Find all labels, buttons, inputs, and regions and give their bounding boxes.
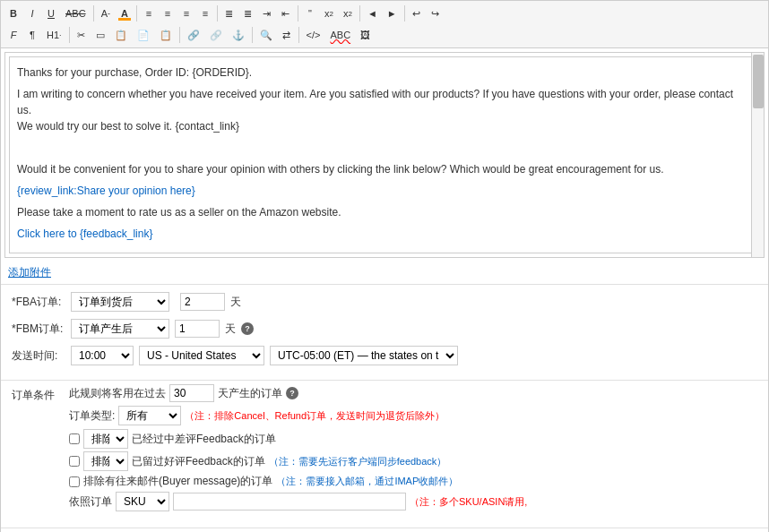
sku-row: 依照订单 SKU ASIN （注：多个SKU/ASIN请用, [69,492,757,511]
align-center-button[interactable]: ≡ [159,4,177,22]
exclude-bad-feedback-row: 排除 已经过中差评Feedback的订单 [69,429,757,449]
exclude-bad-feedback-text: 已经过中差评Feedback的订单 [132,432,276,447]
editor-area[interactable]: Thanks for your purchase, Order ID: {ORD… [9,56,760,253]
exclude-good-feedback-text: 已留过好评Feedback的订单 [132,454,265,469]
paste-text-button[interactable]: 📄 [133,26,154,44]
send-time-label: 发送时间: [12,348,65,364]
align-right-button[interactable]: ≡ [177,4,195,22]
order-type-select[interactable]: 所有 FBA FBM [118,406,181,425]
fbm-order-label: *FBM订单: [12,322,65,337]
fba-order-row: *FBA订单: 订单到货后 订单产生后 订单发货后 天 [12,292,757,312]
editor-line-1: Thanks for your purchase, Order ID: {ORD… [17,64,741,81]
fba-trigger-select[interactable]: 订单到货后 订单产生后 订单发货后 [71,292,169,312]
toolbar-row-2: F ¶ H1· ✂ ▭ 📋 📄 📋 🔗 🔗 ⚓ 🔍 ⇄ </> ABC 🖼 [4,24,765,46]
exclude-bad-feedback-checkbox[interactable] [69,433,80,444]
font-color-button[interactable]: A [116,4,134,22]
editor-line-3: Would it be convenient for you to share … [17,161,741,177]
format-button[interactable]: F [4,26,22,44]
exclude-good-feedback-select[interactable]: 排除 [83,451,128,471]
font-size-decrease-button[interactable]: A- [97,4,115,22]
source-button[interactable]: </> [302,26,325,44]
past-days-input[interactable] [169,384,214,402]
fba-days-input[interactable] [180,293,225,311]
exclude-buyer-message-row: 排除有往来邮件(Buyer message)的订单 （注：需要接入邮箱，通过IM… [69,474,757,489]
fbm-days-unit: 天 [225,322,236,337]
editor-line-6: Click here to {feedback_link} [17,226,741,242]
sep8 [179,27,180,43]
exclude-bad-feedback-select[interactable]: 排除 [83,429,128,449]
redo-button[interactable]: ↪ [427,4,445,22]
anchor-button[interactable]: ⚓ [228,26,249,44]
media-button[interactable]: 🖼 [356,26,375,44]
paste-word-button[interactable]: 📋 [155,26,177,44]
exclude-good-feedback-checkbox[interactable] [69,456,80,467]
exclude-buyer-message-note: （注：需要接入邮箱，通过IMAP收邮件） [276,475,458,488]
sku-note: （注：多个SKU/ASIN请用, [410,495,527,509]
editor-line-5: Please take a moment to rate us as a sel… [17,204,741,220]
find-button[interactable]: 🔍 [255,26,277,44]
bold-button[interactable]: B [4,4,22,22]
sku-input[interactable] [173,493,406,511]
fba-order-label: *FBA订单: [12,295,65,310]
fbm-days-input[interactable] [175,320,220,338]
spell-button[interactable]: ABC [325,26,355,44]
editor-line-2: I am writing to concern whether you have… [17,86,741,134]
form-section: *FBA订单: 订单到货后 订单产生后 订单发货后 天 *FBM订单: 订单到货… [1,284,768,380]
send-time-select[interactable]: 10:00 09:00 11:00 [71,346,134,365]
editor-wrapper: Thanks for your purchase, Order ID: {ORD… [4,52,765,258]
subscript-button[interactable]: x2 [339,4,357,22]
paste-button[interactable]: 📋 [110,26,132,44]
align-justify-button[interactable]: ≡ [196,4,214,22]
rtl-button[interactable]: ► [383,4,402,22]
exclude-buyer-message-checkbox[interactable] [69,476,80,487]
replace-button[interactable]: ⇄ [278,26,296,44]
h1-button[interactable]: H1· [42,26,66,44]
order-type-row: 订单类型: 所有 FBA FBM （注：排除Cancel、Refund订单，发送… [69,406,757,425]
send-time-row: 发送时间: 10:00 09:00 11:00 US - United Stat… [12,346,757,365]
exclude-buyer-message-text: 排除有往来邮件(Buyer message)的订单 [83,474,272,489]
editor-line-4: {review_link:Share your opinion here} [17,183,741,199]
fbm-help-icon[interactable]: ? [241,322,254,335]
sep5 [359,5,360,21]
order-conditions-section: 订单条件 此规则将客用在过去 天产生的订单 ? 订单类型: 所有 FBA FBM [1,380,768,528]
order-type-note: （注：排除Cancel、Refund订单，发送时间为退货后除外） [185,409,445,423]
add-attachment-link[interactable]: 添加附件 [1,262,768,284]
italic-button[interactable]: I [23,4,41,22]
past-days-prefix: 此规则将客用在过去 [69,386,166,401]
sep7 [69,27,70,43]
exclude-good-feedback-row: 排除 已留过好评Feedback的订单 （注：需要先运行客户端同步feedbac… [69,451,757,471]
fbm-trigger-select[interactable]: 订单到货后 订单产生后 订单发货后 [71,319,169,339]
list-ul-button[interactable]: ≣ [220,4,238,22]
indent-button[interactable]: ⇥ [258,4,276,22]
send-timezone-select[interactable]: UTC-05:00 (ET) — the states on the Atla … [270,346,458,365]
sep4 [298,5,298,21]
send-country-select[interactable]: US - United States UK - United Kingdom D… [139,346,264,365]
link-button[interactable]: 🔗 [183,26,204,44]
table-button[interactable]: " [301,4,319,22]
sep1 [93,5,94,21]
order-type-label: 订单类型: [69,408,115,424]
past-days-row: 此规则将客用在过去 天产生的订单 ? [69,384,757,402]
sku-type-select[interactable]: SKU ASIN [116,492,169,511]
abc-button[interactable]: ABC [61,4,91,22]
ltr-button[interactable]: ◄ [363,4,382,22]
underline-button[interactable]: U [42,4,60,22]
editor-line-blank-2 [17,247,741,253]
undo-button[interactable]: ↩ [408,4,426,22]
unlink-button[interactable]: 🔗 [205,26,227,44]
editor-line-blank-1 [17,140,741,156]
cut-button[interactable]: ✂ [73,26,91,44]
align-left-button[interactable]: ≡ [140,4,158,22]
past-days-help-icon[interactable]: ? [286,387,298,399]
scrollbar[interactable] [751,53,764,257]
editor-content: Thanks for your purchase, Order ID: {ORD… [17,64,741,253]
fbm-order-row: *FBM订单: 订单到货后 订单产生后 订单发货后 天 ? [12,319,757,339]
pilcrow-button[interactable]: ¶ [23,26,41,44]
copy-button[interactable]: ▭ [91,26,109,44]
superscript-button[interactable]: x2 [320,4,338,22]
order-conditions-label: 订单条件 [12,384,65,403]
sep10 [298,27,299,43]
sep2 [136,5,137,21]
list-ol-button[interactable]: ≣ [239,4,257,22]
outdent-button[interactable]: ⇤ [277,4,295,22]
